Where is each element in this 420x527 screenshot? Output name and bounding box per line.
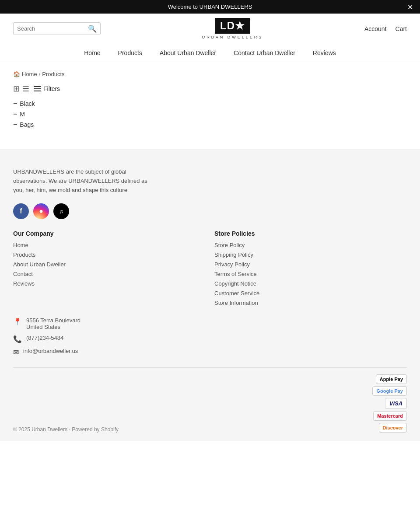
payment-google-pay: Google Pay	[372, 386, 407, 396]
phone-link[interactable]: (877)234-5484	[26, 335, 63, 341]
facebook-link[interactable]: f	[13, 203, 29, 219]
email-icon: ✉	[13, 348, 19, 356]
logo-top: LD★	[215, 18, 250, 34]
payment-methods: Apple Pay Google Pay VISA Mastercard Dis…	[372, 374, 407, 433]
instagram-link[interactable]: ●	[33, 203, 49, 219]
our-company-links: Home Products About Urban Dweller Contac…	[13, 241, 206, 287]
footer-link-home: Home	[13, 241, 206, 248]
contact-email: ✉ info@urbandweller.us	[13, 348, 407, 356]
filter-tag-bags-label: Bags	[20, 121, 34, 128]
search-input[interactable]	[17, 25, 88, 32]
logo-bottom: URBAN DWELLERS	[202, 35, 263, 39]
search-bar[interactable]: 🔍	[13, 22, 101, 35]
nav-home[interactable]: Home	[84, 49, 100, 56]
store-policies-heading: Store Policies	[214, 230, 407, 237]
account-link[interactable]: Account	[364, 25, 387, 32]
payment-mastercard: Mastercard	[373, 411, 407, 421]
copyright-text: © 2025 Urban Dwellers · Powered by Shopi…	[13, 426, 119, 433]
footer-link-about: About Urban Dweller	[13, 261, 206, 268]
footer-link-products: Products	[13, 251, 206, 258]
footer: URBANDWELLERS are the subject of global …	[0, 150, 420, 441]
payment-visa: VISA	[385, 398, 407, 409]
filter-tag-black-label: Black	[20, 100, 35, 107]
footer-bottom: © 2025 Urban Dwellers · Powered by Shopi…	[13, 367, 407, 433]
filter-bar: ⊞ ☰ Filters	[13, 84, 407, 94]
footer-link-privacy: Privacy Policy	[214, 261, 407, 268]
breadcrumb-home-link[interactable]: Home	[22, 71, 37, 77]
payment-discover: Discover	[379, 423, 407, 433]
main-content: 🏠 Home / Products ⊞ ☰ Filters − Black − …	[0, 62, 420, 150]
grid-view-button[interactable]: ⊞	[13, 84, 20, 94]
nav-reviews[interactable]: Reviews	[313, 49, 336, 56]
header-actions: Account Cart	[364, 25, 407, 32]
header: 🔍 LD★ URBAN DWELLERS Account Cart	[0, 14, 420, 44]
footer-link-reviews: Reviews	[13, 280, 206, 287]
footer-link-contact: Contact	[13, 270, 206, 277]
banner-close-button[interactable]: ✕	[407, 3, 413, 11]
footer-about-text: URBANDWELLERS are the subject of global …	[13, 168, 153, 195]
top-banner: Welcome to URBAN DWELLERS ✕	[0, 0, 420, 14]
filter-icon	[34, 86, 41, 91]
filters-toggle-button[interactable]: Filters	[34, 85, 60, 92]
address-line1: 9556 Terra Boulevard	[26, 317, 80, 324]
remove-filter-bags-icon[interactable]: −	[13, 121, 17, 128]
filter-tag-black[interactable]: − Black	[13, 100, 407, 107]
address-line2: United States	[26, 324, 80, 330]
breadcrumb: 🏠 Home / Products	[13, 71, 407, 77]
footer-link-store-info: Store Information	[214, 299, 407, 306]
footer-contact-info: 📍 9556 Terra Boulevard United States 📞 (…	[13, 317, 407, 356]
filter-tag-m-label: M	[20, 111, 25, 118]
payment-apple-pay: Apple Pay	[376, 374, 407, 384]
nav-about[interactable]: About Urban Dweller	[160, 49, 216, 56]
footer-social-links: f ● ♬	[13, 203, 407, 219]
active-filters-list: − Black − M − Bags	[13, 100, 407, 128]
nav-products[interactable]: Products	[118, 49, 142, 56]
site-logo: LD★ URBAN DWELLERS	[202, 18, 263, 39]
store-policies-links: Store Policy Shipping Policy Privacy Pol…	[214, 241, 407, 306]
footer-our-company-column: Our Company Home Products About Urban Dw…	[13, 230, 206, 306]
footer-columns: Our Company Home Products About Urban Dw…	[13, 230, 407, 306]
breadcrumb-current: Products	[42, 71, 64, 77]
footer-link-copyright: Copyright Notice	[214, 280, 407, 287]
banner-text: Welcome to URBAN DWELLERS	[168, 3, 252, 10]
footer-store-policies-column: Store Policies Store Policy Shipping Pol…	[214, 230, 407, 306]
footer-link-terms: Terms of Service	[214, 270, 407, 277]
remove-filter-m-icon[interactable]: −	[13, 111, 17, 118]
tiktok-link[interactable]: ♬	[53, 203, 69, 219]
filters-label: Filters	[43, 85, 60, 92]
remove-filter-black-icon[interactable]: −	[13, 100, 17, 107]
nav-contact[interactable]: Contact Urban Dweller	[234, 49, 295, 56]
breadcrumb-home-icon: 🏠	[13, 71, 20, 77]
phone-icon: 📞	[13, 335, 22, 343]
view-toggle-group: ⊞ ☰	[13, 84, 29, 94]
footer-link-store-policy: Store Policy	[214, 241, 407, 248]
email-link[interactable]: info@urbandweller.us	[23, 348, 78, 354]
filter-tag-m[interactable]: − M	[13, 111, 407, 118]
location-icon: 📍	[13, 318, 22, 326]
breadcrumb-separator: /	[39, 71, 41, 77]
filter-tag-bags[interactable]: − Bags	[13, 121, 407, 128]
main-nav: Home Products About Urban Dweller Contac…	[0, 44, 420, 62]
list-view-button[interactable]: ☰	[22, 84, 29, 94]
search-button[interactable]: 🔍	[88, 24, 97, 33]
cart-link[interactable]: Cart	[396, 25, 407, 32]
contact-phone: 📞 (877)234-5484	[13, 335, 407, 343]
our-company-heading: Our Company	[13, 230, 206, 237]
footer-link-shipping: Shipping Policy	[214, 251, 407, 258]
contact-address: 📍 9556 Terra Boulevard United States	[13, 317, 407, 330]
footer-link-customer-service: Customer Service	[214, 290, 407, 297]
